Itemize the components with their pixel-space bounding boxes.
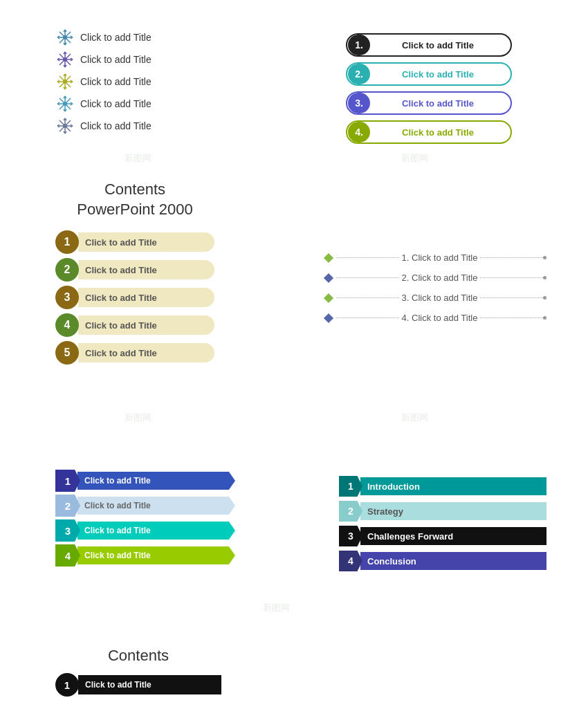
snowflake-icon — [55, 94, 75, 113]
bottom-bar: Click to add Title — [78, 675, 221, 694]
pill-item[interactable]: 4. Click to add Title — [346, 120, 512, 144]
oval-item[interactable]: 1 Click to add Title — [55, 230, 214, 254]
dotted-label: 2. Click to add Title — [402, 273, 478, 283]
intro-item[interactable]: 3 Challenges Forward — [339, 526, 546, 546]
intro-bar: Challenges Forward — [360, 527, 546, 545]
pill-item[interactable]: 3. Click to add Title — [346, 91, 512, 115]
intro-item[interactable]: 1 Introduction — [339, 476, 546, 497]
intro-item[interactable]: 2 Strategy — [339, 501, 546, 522]
oval-label: Click to add Title — [78, 288, 214, 307]
dotted-label: 1. Click to add Title — [402, 252, 478, 263]
pill-label: Click to add Title — [371, 98, 511, 109]
snowflake-label: Click to add Title — [80, 120, 151, 131]
snowflake-icon — [55, 116, 75, 136]
dotted-item[interactable]: 3. Click to add Title — [325, 293, 546, 303]
dotted-item[interactable]: 1. Click to add Title — [325, 252, 546, 263]
snowflake-list: Click to add Title Click to add Title — [55, 28, 151, 138]
arrow-bar: Click to add Title — [77, 472, 235, 490]
svg-point-4 — [63, 35, 67, 39]
svg-point-17 — [63, 57, 67, 62]
pill-number: 4. — [348, 122, 370, 142]
bottom-item[interactable]: 1 Click to add Title — [55, 673, 221, 697]
oval-label: Click to add Title — [78, 343, 214, 362]
oval-item[interactable]: 4 Click to add Title — [55, 313, 214, 337]
oval-label: Click to add Title — [78, 260, 214, 279]
dotted-end — [543, 256, 546, 259]
snowflake-icon — [55, 50, 75, 69]
bottom-num: 1 — [55, 673, 79, 697]
arrow-tab-item[interactable]: 1 Click to add Title — [55, 470, 235, 491]
dotted-item[interactable]: 4. Click to add Title — [325, 313, 546, 323]
pill-label: Click to add Title — [371, 40, 511, 50]
snowflake-item[interactable]: Click to add Title — [55, 28, 151, 47]
intro-badge: 1 — [339, 476, 362, 497]
snowflake-icon — [55, 28, 75, 47]
oval-item[interactable]: 5 Click to add Title — [55, 341, 214, 365]
pill-item[interactable]: 2. Click to add Title — [346, 62, 512, 86]
arrow-tab-item[interactable]: 4 Click to add Title — [55, 545, 235, 566]
snowflake-label: Click to add Title — [80, 32, 151, 43]
pill-number: 3. — [348, 93, 370, 113]
snowflake-label: Click to add Title — [80, 54, 151, 65]
dotted-item[interactable]: 2. Click to add Title — [325, 273, 546, 283]
oval-number: 2 — [55, 258, 79, 282]
snowflake-item[interactable]: Click to add Title — [55, 50, 151, 69]
arrow-badge: 3 — [55, 519, 80, 542]
contents-title: ContentsPowerPoint 2000 — [55, 180, 214, 219]
pill-number: 1. — [348, 35, 370, 55]
dotted-end — [543, 316, 546, 320]
intro-bar: Conclusion — [360, 552, 546, 570]
diamond-icon — [324, 313, 333, 322]
watermark-5: 新图网 — [263, 602, 290, 614]
snowflake-item[interactable]: Click to add Title — [55, 116, 151, 136]
snowflake-item[interactable]: Click to add Title — [55, 94, 151, 113]
arrow-badge: 2 — [55, 495, 80, 517]
arrow-bar: Click to add Title — [77, 546, 235, 564]
diamond-icon — [324, 252, 333, 262]
svg-point-30 — [63, 80, 67, 84]
contents-section: ContentsPowerPoint 2000 1 Click to add T… — [55, 180, 214, 369]
snowflake-label: Click to add Title — [80, 76, 151, 87]
watermark-3: 新图网 — [125, 412, 151, 424]
svg-point-43 — [63, 102, 67, 106]
arrow-tab-item[interactable]: 2 Click to add Title — [55, 495, 235, 516]
watermark-2: 新图网 — [401, 152, 428, 165]
intro-badge: 4 — [339, 551, 362, 571]
watermark-1: 新图网 — [125, 152, 151, 165]
oval-label: Click to add Title — [78, 232, 214, 252]
svg-point-56 — [63, 124, 67, 128]
pill-label: Click to add Title — [371, 127, 511, 138]
arrow-bar: Click to add Title — [77, 497, 235, 515]
diamond-icon — [324, 273, 333, 282]
oval-item[interactable]: 3 Click to add Title — [55, 286, 214, 309]
oval-number: 4 — [55, 313, 79, 337]
arrow-tabs-left: 1 Click to add Title 2 Click to add Titl… — [55, 470, 235, 570]
snowflake-item[interactable]: Click to add Title — [55, 72, 151, 91]
contents-bottom: Contents 1 Click to add Title — [55, 647, 221, 697]
oval-label: Click to add Title — [78, 315, 214, 335]
arrow-tab-item[interactable]: 3 Click to add Title — [55, 520, 235, 541]
arrow-tabs-right: 1 Introduction 2 Strategy 3 Challenges F… — [339, 476, 546, 576]
dotted-list: 1. Click to add Title 2. Click to add Ti… — [325, 252, 546, 333]
dotted-end — [543, 296, 546, 300]
snowflake-icon — [55, 72, 75, 91]
pill-number: 2. — [348, 64, 370, 84]
intro-badge: 2 — [339, 501, 362, 522]
arrow-badge: 4 — [55, 544, 80, 567]
intro-bar: Introduction — [360, 477, 546, 495]
oval-number: 5 — [55, 341, 79, 365]
diamond-icon — [324, 293, 333, 302]
arrow-bar: Click to add Title — [77, 522, 235, 540]
intro-badge: 3 — [339, 526, 362, 546]
intro-bar: Strategy — [360, 502, 546, 520]
pill-item[interactable]: 1. Click to add Title — [346, 33, 512, 57]
oval-item[interactable]: 2 Click to add Title — [55, 258, 214, 282]
numbered-pills: 1. Click to add Title 2. Click to add Ti… — [346, 33, 512, 149]
contents-bottom-title: Contents — [55, 647, 221, 665]
dotted-label: 4. Click to add Title — [402, 313, 478, 323]
oval-number: 1 — [55, 230, 79, 254]
pill-label: Click to add Title — [371, 69, 511, 80]
snowflake-label: Click to add Title — [80, 98, 151, 109]
intro-item[interactable]: 4 Conclusion — [339, 551, 546, 571]
arrow-badge: 1 — [55, 470, 80, 492]
